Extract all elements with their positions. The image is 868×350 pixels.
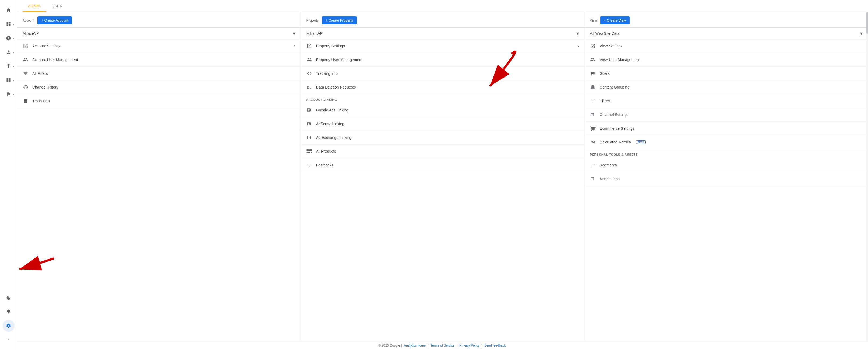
create-view-button[interactable]: + Create View	[600, 17, 630, 24]
trash-can-icon	[23, 98, 29, 104]
view-dropdown-arrow: ▾	[860, 30, 863, 36]
channel-settings-icon	[590, 112, 596, 118]
annotations-item[interactable]: Annotations	[585, 172, 868, 186]
beta-badge: BETA	[636, 140, 646, 144]
ad-exchange-label: Ad Exchange Linking	[316, 135, 352, 140]
google-ads-linking-item[interactable]: Google Ads Linking	[301, 103, 585, 117]
property-label: Property	[306, 19, 318, 22]
view-filters-label: Filters	[599, 99, 610, 103]
property-user-mgmt-item[interactable]: Property User Management	[301, 53, 585, 67]
property-settings-item[interactable]: Property Settings ›	[301, 39, 585, 53]
channel-settings-label: Channel Settings	[599, 113, 628, 117]
account-settings-item[interactable]: Account Settings ›	[17, 39, 301, 53]
tab-admin[interactable]: ADMIN	[23, 0, 46, 12]
property-dropdown-value: MihanWP	[306, 31, 577, 35]
footer-feedback[interactable]: Send feedback	[484, 344, 506, 347]
data-deletion-icon: Dd	[306, 84, 312, 90]
footer-terms[interactable]: Terms of Service	[431, 344, 455, 347]
footer-separator: |	[401, 344, 403, 347]
account-dropdown-arrow: ▾	[293, 30, 296, 36]
ad-exchange-linking-item[interactable]: Ad Exchange Linking	[301, 131, 585, 145]
ecommerce-label: Ecommerce Settings	[599, 126, 634, 131]
personal-tools-section: PERSONAL TOOLS & ASSETS	[585, 149, 868, 158]
annotations-icon	[590, 176, 596, 182]
google-ads-icon	[306, 107, 312, 113]
data-deletion-item[interactable]: Dd Data Deletion Requests	[301, 81, 585, 94]
calculated-metrics-item[interactable]: Dd Calculated Metrics BETA	[585, 135, 868, 149]
ad-exchange-icon	[306, 135, 312, 140]
adsense-linking-item[interactable]: AdSense Linking	[301, 117, 585, 131]
lightbulb-icon[interactable]	[3, 306, 14, 318]
create-property-button[interactable]: + Create Property	[322, 17, 357, 24]
scrollbar-thumb[interactable]	[866, 12, 868, 34]
property-settings-icon	[306, 43, 312, 49]
clock-icon[interactable]	[3, 32, 14, 44]
view-user-mgmt-icon	[590, 57, 596, 63]
footer-privacy[interactable]: Privacy Policy	[459, 344, 479, 347]
change-history-item[interactable]: Change History	[17, 81, 301, 94]
squiggle-icon[interactable]	[3, 292, 14, 304]
account-user-mgmt-label: Account User Management	[32, 58, 78, 62]
svg-rect-3	[311, 152, 312, 153]
property-panel-header: Property + Create Property	[301, 12, 585, 28]
ecommerce-settings-item[interactable]: Ecommerce Settings	[585, 122, 868, 135]
scrollbar-track	[866, 12, 868, 341]
account-dropdown[interactable]: MihanWP ▾	[17, 28, 301, 39]
change-history-label: Change History	[32, 85, 58, 89]
footer-analytics-home[interactable]: Analytics home	[404, 344, 426, 347]
segments-item[interactable]: Segments	[585, 158, 868, 172]
svg-rect-0	[306, 150, 309, 151]
flag-icon[interactable]	[3, 88, 14, 100]
goals-icon	[590, 70, 596, 76]
property-settings-label: Property Settings	[316, 44, 345, 48]
account-settings-icon	[23, 43, 29, 49]
lightning-icon[interactable]	[3, 60, 14, 72]
property-user-mgmt-label: Property User Management	[316, 58, 362, 62]
property-panel: Property + Create Property MihanWP ▾ Pro…	[301, 12, 585, 341]
property-dropdown[interactable]: MihanWP ▾	[301, 28, 585, 39]
tab-user[interactable]: USER	[46, 0, 68, 12]
property-settings-arrow: ›	[578, 43, 579, 49]
trash-can-label: Trash Can	[32, 99, 50, 103]
view-settings-label: View Settings	[599, 44, 622, 48]
view-user-mgmt-item[interactable]: View User Management	[585, 53, 868, 67]
all-products-icon	[306, 148, 312, 154]
account-panel: Account + Create Account MihanWP ▾ Accou…	[17, 12, 301, 341]
segments-icon	[590, 162, 596, 168]
arrow-down-icon[interactable]	[3, 334, 14, 346]
view-dropdown[interactable]: All Web Site Data ▾	[585, 28, 868, 39]
account-settings-label: Account Settings	[32, 44, 61, 48]
view-filters-item[interactable]: Filters	[585, 94, 868, 108]
ecommerce-icon	[590, 125, 596, 131]
all-filters-item[interactable]: All Filters	[17, 67, 301, 81]
postbacks-item[interactable]: Postbacks	[301, 158, 585, 172]
channel-settings-item[interactable]: Channel Settings	[585, 108, 868, 122]
tracking-info-icon	[306, 70, 312, 76]
goals-label: Goals	[599, 71, 610, 76]
account-panel-items: Account Settings › Account User Manageme…	[17, 39, 301, 341]
account-user-management-item[interactable]: Account User Management	[17, 53, 301, 67]
tracking-info-item[interactable]: Tracking Info	[301, 67, 585, 81]
postbacks-label: Postbacks	[316, 163, 334, 167]
content-grouping-icon	[590, 84, 596, 90]
account-settings-arrow: ›	[294, 43, 295, 49]
postbacks-icon	[306, 162, 312, 168]
content-grouping-item[interactable]: Content Grouping	[585, 81, 868, 94]
create-account-button[interactable]: + Create Account	[37, 17, 72, 24]
view-panel: View + Create View All Web Site Data ▾ V…	[585, 12, 868, 341]
view-settings-item[interactable]: View Settings	[585, 39, 868, 53]
adsense-label: AdSense Linking	[316, 122, 344, 126]
view-label: View	[590, 19, 597, 22]
view-user-mgmt-label: View User Management	[599, 58, 640, 62]
goals-item[interactable]: Goals	[585, 67, 868, 81]
trash-can-item[interactable]: Trash Can	[17, 94, 301, 108]
segments-label: Segments	[599, 163, 617, 167]
home-icon[interactable]	[3, 4, 14, 16]
dashboard-icon[interactable]	[3, 18, 14, 30]
all-products-item[interactable]: All Products	[301, 145, 585, 158]
person-icon[interactable]	[3, 46, 14, 58]
tracking-info-label: Tracking Info	[316, 71, 338, 76]
grid-icon[interactable]	[3, 74, 14, 86]
admin-gear-icon[interactable]	[3, 320, 14, 332]
panels-container: Account + Create Account MihanWP ▾ Accou…	[17, 12, 868, 341]
